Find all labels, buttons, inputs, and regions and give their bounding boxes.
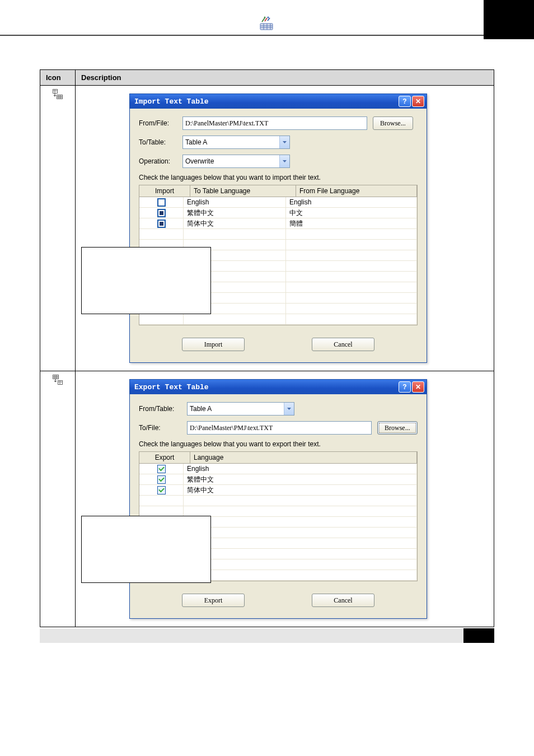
to-lang-0: English [187,198,209,206]
export-dialog-titlebar[interactable]: Export Text Table ? ✕ [130,380,427,394]
page-header [0,0,534,36]
export-icon-cell [40,371,76,627]
export-text-table-icon [53,375,63,385]
operation-label: Operation: [139,157,182,165]
from-lang-0: English [289,198,311,206]
from-lang-2: 簡體 [289,219,303,228]
cancel-button[interactable]: Cancel [312,594,374,607]
export-button[interactable]: Export [182,594,245,607]
chevron-down-icon [279,155,289,167]
import-dialog-titlebar[interactable]: Import Text Table ? ✕ [130,94,427,109]
col-import: Import [139,185,190,197]
import-row: 简体中文 簡體 [139,218,417,229]
close-button[interactable]: ✕ [412,96,424,107]
import-check-2[interactable] [157,220,166,228]
export-instruction: Check the languages below that you want … [139,440,418,448]
col-export: Export [139,452,190,464]
import-description-cell: Import Text Table ? ✕ From/File: Browse.… [76,86,494,371]
app-icon [259,16,275,31]
svg-point-6 [264,17,266,18]
help-button[interactable]: ? [399,381,411,393]
header-icon: Icon [40,70,76,86]
browse-button[interactable]: Browse... [377,421,418,435]
from-lang-1: 中文 [289,208,303,218]
page-footer [40,628,494,662]
export-row: 简体中文 [139,485,417,496]
col-from-lang: From File Language [296,185,417,197]
svg-rect-11 [57,95,63,99]
from-file-label: From/File: [139,119,182,127]
import-check-0[interactable] [157,198,166,207]
lang-2: 简体中文 [187,486,214,495]
import-row: English English [139,197,417,208]
import-check-1[interactable] [157,209,166,217]
page: { "table": { "header_icon": "Icon", "hea… [0,0,534,662]
to-file-input[interactable] [187,421,372,435]
browse-button[interactable]: Browse... [373,116,413,130]
from-table-label: From/Table: [139,405,187,413]
col-to-lang: To Table Language [190,185,296,197]
lang-1: 繁體中文 [187,475,214,484]
export-check-2[interactable] [157,486,166,494]
export-check-1[interactable] [157,475,166,484]
to-file-label: To/File: [139,424,187,432]
from-table-value: Table A [188,405,284,413]
header-description: Description [76,70,494,86]
to-table-value: Table A [183,138,279,146]
export-dialog-body: From/Table: Table A To/File: Browse... [130,394,427,618]
export-row: 繁體中文 [139,474,417,485]
import-text-table-dialog: Import Text Table ? ✕ From/File: Browse.… [129,94,427,363]
to-lang-2: 简体中文 [187,219,214,228]
export-dialog-title: Export Text Table [134,383,209,391]
export-description-cell: Export Text Table ? ✕ From/Table: Table … [76,371,494,627]
import-instruction: Check the languages below that you want … [139,174,418,181]
svg-rect-0 [260,24,273,30]
cancel-button[interactable]: Cancel [312,338,374,351]
corner-block [484,0,534,39]
svg-rect-16 [53,375,59,379]
blank-callout [81,516,211,583]
import-icon-cell [40,86,76,371]
to-table-label: To/Table: [139,138,182,146]
operation-select[interactable]: Overwrite [182,155,290,168]
icon-description-table: Icon Description Import Text Tab [40,69,494,627]
export-row: English [139,464,417,474]
svg-point-7 [268,17,269,18]
import-row: 繁體中文 中文 [139,208,417,218]
from-file-input[interactable] [182,116,367,130]
chevron-down-icon [279,136,289,148]
blank-callout [81,247,211,314]
to-lang-1: 繁體中文 [187,208,214,218]
from-table-select[interactable]: Table A [187,402,294,416]
help-button[interactable]: ? [399,96,411,107]
lang-0: English [187,465,209,473]
footer-block [463,628,494,643]
close-button[interactable]: ✕ [412,381,424,393]
export-check-0[interactable] [157,465,166,473]
col-language: Language [190,452,417,464]
import-text-table-icon [53,89,63,99]
import-dialog-body: From/File: Browse... To/Table: Table A [130,109,427,362]
to-table-select[interactable]: Table A [182,136,290,149]
operation-value: Overwrite [183,157,279,165]
chevron-down-icon [284,403,294,415]
import-dialog-title: Import Text Table [134,97,209,106]
import-button[interactable]: Import [182,338,245,351]
